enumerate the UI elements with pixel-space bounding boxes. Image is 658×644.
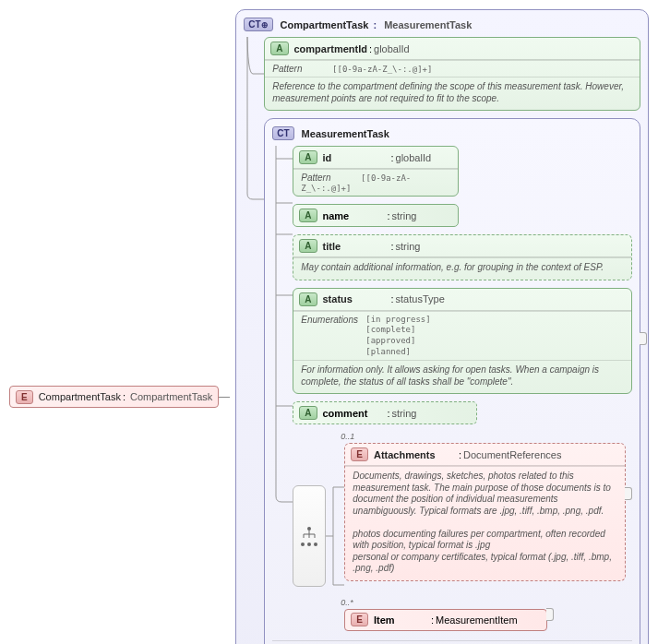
compartmentId-desc: Reference to the compartment defining th… — [265, 77, 640, 110]
ct-inner-header: CT MeasurementTask — [272, 126, 632, 140]
attr-comment[interactable]: A comment : string — [293, 401, 477, 424]
attribute-badge: A — [270, 42, 288, 55]
root-element-type: CompartmentTask — [130, 391, 212, 402]
complex-type-outer[interactable]: CT⊕ CompartmentTask : MeasurementTask — [235, 9, 649, 644]
abstract-row: Abstract True — [272, 640, 632, 644]
attr-id[interactable]: A id : globalId Pattern [[0-9a-zA-Z_\-:.… — [293, 146, 459, 197]
element-item[interactable]: E Item : MeasurementItem — [344, 609, 547, 631]
diagram-root: E CompartmentTask : CompartmentTask CT⊕ … — [9, 9, 649, 644]
expand-toggle-outer[interactable] — [640, 332, 647, 345]
connector — [219, 397, 230, 398]
attr-status[interactable]: A status : statusType Enumerations [in p… — [293, 288, 632, 395]
pattern-row: Pattern [[0-9a-zA-Z_\-:.@]+] — [265, 60, 640, 77]
complex-type-inner[interactable]: CT MeasurementTask — [264, 118, 640, 644]
attachments-desc: Documents, drawings, sketches, photos re… — [345, 466, 625, 580]
sequence-icon — [300, 527, 318, 546]
root-element-name: CompartmentTask — [39, 391, 121, 402]
element-badge: E — [16, 390, 33, 404]
ct-outer-header: CT⊕ CompartmentTask : MeasurementTask — [244, 18, 640, 31]
attr-compartmentId[interactable]: A compartmentId : globalId Pattern [[0-9… — [264, 37, 640, 111]
expand-toggle[interactable] — [546, 608, 554, 621]
attr-title[interactable]: A title : string May contain additional … — [293, 234, 632, 280]
sequence-indicator[interactable] — [293, 485, 326, 587]
tree-connector — [244, 37, 264, 554]
tree-connector-inner — [272, 146, 293, 579]
attachments-occurs: 0..1 — [341, 432, 626, 441]
item-occurs: 0..* — [341, 598, 547, 607]
status-enums: [in progress][complete][approved][planne… — [365, 315, 430, 358]
root-element[interactable]: E CompartmentTask : CompartmentTask — [9, 386, 219, 408]
attr-name[interactable]: A name : string — [293, 204, 459, 227]
expand-toggle[interactable] — [625, 487, 632, 500]
element-attachments[interactable]: E Attachments : DocumentReferences Docum… — [344, 443, 626, 581]
ct-badge: CT⊕ — [244, 18, 272, 31]
ct-badge: CT — [272, 126, 293, 140]
